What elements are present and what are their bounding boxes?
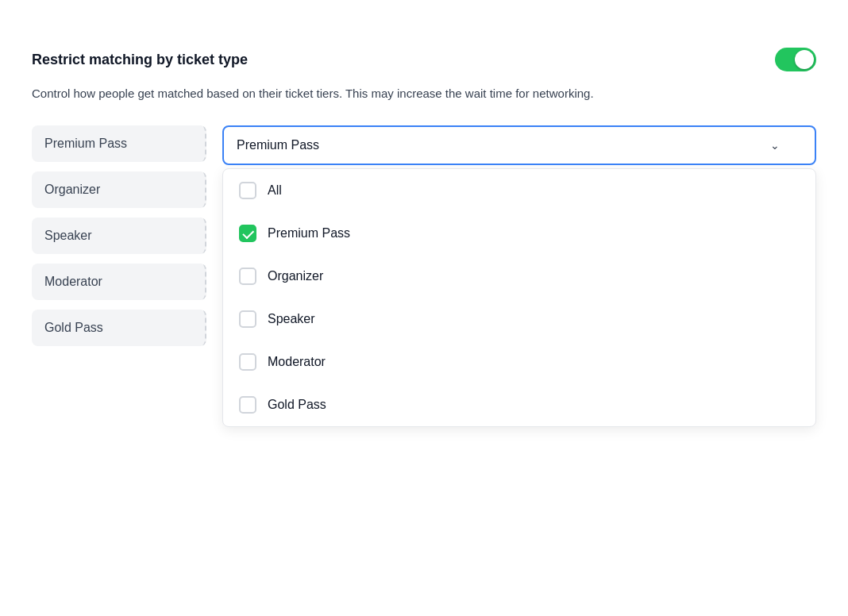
checkbox-all xyxy=(239,182,256,199)
checkbox-organizer xyxy=(239,268,256,285)
section-title: Restrict matching by ticket type xyxy=(32,52,248,68)
main-layout: Premium PassOrganizerSpeakerModeratorGol… xyxy=(32,125,816,427)
toggle-thumb xyxy=(795,50,814,69)
dropdown-area: Premium Pass ⌄ AllPremium PassOrganizerS… xyxy=(206,125,816,427)
option-label-all: All xyxy=(268,183,282,198)
dropdown-select-button[interactable]: Premium Pass ⌄ xyxy=(222,125,816,165)
restrict-matching-toggle[interactable] xyxy=(775,48,816,71)
settings-panel: Restrict matching by ticket type Control… xyxy=(24,32,824,443)
header-row: Restrict matching by ticket type xyxy=(32,48,816,71)
option-label-speaker: Speaker xyxy=(268,312,315,326)
dropdown-option-speaker[interactable]: Speaker xyxy=(223,298,815,341)
dropdown-option-organizer[interactable]: Organizer xyxy=(223,255,815,298)
option-label-organizer: Organizer xyxy=(268,269,323,283)
checkbox-gold-pass xyxy=(239,396,256,414)
ticket-list: Premium PassOrganizerSpeakerModeratorGol… xyxy=(32,125,206,346)
option-label-moderator: Moderator xyxy=(268,355,326,369)
dropdown-option-moderator[interactable]: Moderator xyxy=(223,341,815,383)
checkbox-premium-pass xyxy=(239,225,256,242)
ticket-item-premium-pass[interactable]: Premium Pass xyxy=(32,125,206,162)
option-label-premium-pass: Premium Pass xyxy=(268,226,350,241)
checkbox-moderator xyxy=(239,353,256,371)
ticket-item-organizer[interactable]: Organizer xyxy=(32,171,206,208)
toggle-track[interactable] xyxy=(775,48,816,71)
description-text: Control how people get matched based on … xyxy=(32,84,746,103)
dropdown-option-all[interactable]: All xyxy=(223,169,815,212)
dropdown-menu: AllPremium PassOrganizerSpeakerModerator… xyxy=(222,168,816,427)
dropdown-selected-value: Premium Pass xyxy=(237,138,319,152)
ticket-item-gold-pass[interactable]: Gold Pass xyxy=(32,310,206,346)
dropdown-option-gold-pass[interactable]: Gold Pass xyxy=(223,383,815,426)
checkbox-speaker xyxy=(239,310,256,328)
dropdown-option-premium-pass[interactable]: Premium Pass xyxy=(223,212,815,255)
option-label-gold-pass: Gold Pass xyxy=(268,398,326,412)
ticket-item-speaker[interactable]: Speaker xyxy=(32,218,206,254)
ticket-item-moderator[interactable]: Moderator xyxy=(32,264,206,300)
chevron-down-icon: ⌄ xyxy=(770,139,780,152)
